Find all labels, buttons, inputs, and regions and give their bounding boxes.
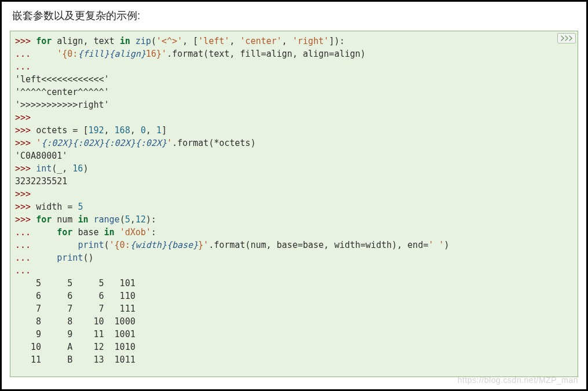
output-row: 9 9 11 1001 xyxy=(15,329,136,339)
output-line: 'C0A80001' xyxy=(15,151,67,161)
section-heading: 嵌套参数以及更复杂的示例: xyxy=(12,9,578,23)
output-line: '>>>>>>>>>>>right' xyxy=(15,100,109,110)
output-row: 6 6 6 110 xyxy=(15,291,136,301)
output-line: 3232235521 xyxy=(15,176,67,187)
builtin-int: int xyxy=(36,163,52,174)
builtin-range: range xyxy=(93,214,119,225)
continuation: ... xyxy=(15,49,31,59)
keyword-in: in xyxy=(120,36,130,46)
output-row: 11 B 13 1011 xyxy=(15,355,136,365)
page: 嵌套参数以及更复杂的示例: >>> for align, text in zip… xyxy=(0,0,588,391)
prompt: >>> xyxy=(15,36,31,46)
code-content: >>> for align, text in zip('<^>', ['left… xyxy=(15,35,573,366)
output-row: 10 A 12 1010 xyxy=(15,342,136,352)
chevrons-right-icon xyxy=(561,35,572,41)
keyword-for: for xyxy=(36,36,52,46)
output-row: 5 5 5 101 xyxy=(15,278,136,288)
output-row: 8 8 10 1000 xyxy=(15,316,136,327)
output-row: 7 7 7 111 xyxy=(15,304,136,314)
output-line: '^^^^^center^^^^^' xyxy=(15,87,109,97)
builtin-zip: zip xyxy=(136,36,151,46)
code-example-block: >>> for align, text in zip('<^>', ['left… xyxy=(10,31,578,377)
output-line: 'left<<<<<<<<<<<<' xyxy=(15,74,109,85)
hide-prompts-button[interactable] xyxy=(557,33,576,43)
builtin-print: print xyxy=(78,240,104,250)
